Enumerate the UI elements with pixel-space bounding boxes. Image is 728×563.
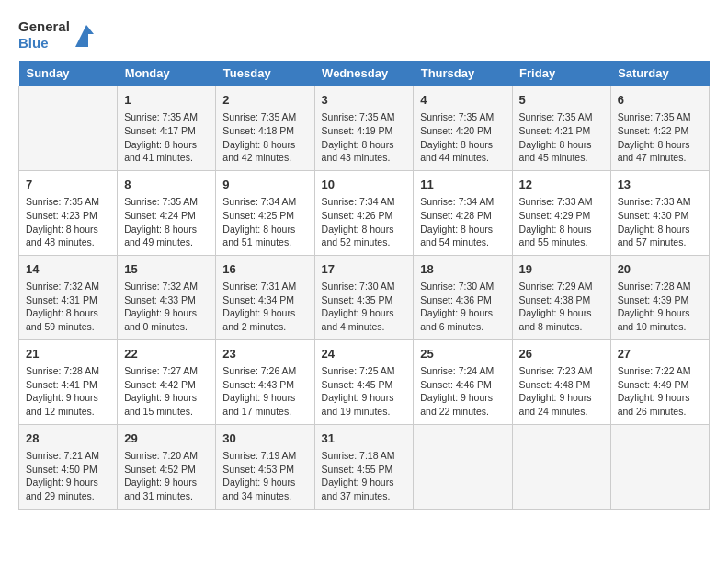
day-info: and 48 minutes. bbox=[26, 236, 110, 249]
weekday-header-sunday: Sunday bbox=[19, 61, 118, 86]
logo: General Blue bbox=[18, 18, 94, 52]
day-number: 8 bbox=[124, 177, 209, 193]
calendar-cell: 4Sunrise: 7:35 AMSunset: 4:20 PMDaylight… bbox=[414, 86, 512, 171]
day-info: Sunrise: 7:35 AM bbox=[618, 110, 702, 124]
weekday-header-monday: Monday bbox=[118, 61, 216, 86]
day-number: 12 bbox=[519, 177, 604, 193]
day-info: Daylight: 9 hours bbox=[222, 391, 307, 405]
day-info: Sunset: 4:39 PM bbox=[618, 293, 702, 307]
day-info: Sunset: 4:33 PM bbox=[124, 293, 209, 307]
day-info: Daylight: 8 hours bbox=[618, 223, 702, 236]
day-info: Sunrise: 7:33 AM bbox=[618, 195, 702, 209]
calendar-cell: 25Sunrise: 7:24 AMSunset: 4:46 PMDayligh… bbox=[414, 339, 512, 424]
day-info: Sunset: 4:34 PM bbox=[222, 293, 307, 307]
calendar-cell bbox=[414, 424, 512, 509]
day-info: Sunrise: 7:35 AM bbox=[322, 110, 407, 124]
calendar-table: SundayMondayTuesdayWednesdayThursdayFrid… bbox=[18, 61, 710, 510]
day-info: Daylight: 9 hours bbox=[222, 306, 307, 320]
day-info: Daylight: 8 hours bbox=[222, 138, 307, 152]
day-info: and 42 minutes. bbox=[222, 151, 307, 165]
calendar-cell: 12Sunrise: 7:33 AMSunset: 4:29 PMDayligh… bbox=[512, 170, 610, 255]
day-info: Sunset: 4:21 PM bbox=[519, 124, 604, 138]
weekday-header-wednesday: Wednesday bbox=[314, 61, 414, 86]
day-info: and 0 minutes. bbox=[124, 320, 209, 334]
day-info: Daylight: 9 hours bbox=[26, 391, 110, 405]
day-info: Sunrise: 7:32 AM bbox=[124, 280, 209, 293]
day-info: Sunset: 4:26 PM bbox=[322, 209, 407, 223]
calendar-cell: 10Sunrise: 7:34 AMSunset: 4:26 PMDayligh… bbox=[314, 170, 414, 255]
day-info: Sunset: 4:30 PM bbox=[618, 209, 702, 223]
day-info: Sunrise: 7:34 AM bbox=[222, 195, 307, 209]
day-info: Sunset: 4:50 PM bbox=[26, 463, 110, 477]
calendar-cell: 18Sunrise: 7:30 AMSunset: 4:36 PMDayligh… bbox=[414, 255, 512, 339]
day-info: Sunset: 4:36 PM bbox=[420, 293, 505, 307]
calendar-cell: 8Sunrise: 7:35 AMSunset: 4:24 PMDaylight… bbox=[118, 170, 216, 255]
day-info: Sunrise: 7:34 AM bbox=[420, 195, 505, 209]
weekday-header-friday: Friday bbox=[512, 61, 610, 86]
day-info: and 52 minutes. bbox=[322, 236, 407, 249]
weekday-header-thursday: Thursday bbox=[414, 61, 512, 86]
calendar-cell: 9Sunrise: 7:34 AMSunset: 4:25 PMDaylight… bbox=[216, 170, 314, 255]
week-row-3: 14Sunrise: 7:32 AMSunset: 4:31 PMDayligh… bbox=[19, 255, 710, 339]
day-info: Sunset: 4:23 PM bbox=[26, 209, 110, 223]
day-number: 9 bbox=[222, 177, 307, 193]
day-info: Sunset: 4:28 PM bbox=[420, 209, 505, 223]
day-info: Sunrise: 7:30 AM bbox=[322, 280, 407, 293]
calendar-cell: 1Sunrise: 7:35 AMSunset: 4:17 PMDaylight… bbox=[118, 86, 216, 171]
day-info: Sunrise: 7:33 AM bbox=[519, 195, 604, 209]
svg-marker-0 bbox=[75, 25, 94, 47]
calendar-cell: 27Sunrise: 7:22 AMSunset: 4:49 PMDayligh… bbox=[610, 339, 709, 424]
day-info: Sunset: 4:55 PM bbox=[322, 463, 407, 477]
day-number: 21 bbox=[26, 346, 110, 362]
calendar-cell: 24Sunrise: 7:25 AMSunset: 4:45 PMDayligh… bbox=[314, 339, 414, 424]
day-info: Daylight: 9 hours bbox=[519, 306, 604, 320]
day-info: Sunset: 4:45 PM bbox=[322, 378, 407, 392]
day-number: 10 bbox=[322, 177, 407, 193]
day-number: 2 bbox=[222, 92, 307, 109]
day-info: Daylight: 9 hours bbox=[26, 476, 110, 489]
day-info: Daylight: 8 hours bbox=[519, 138, 604, 152]
week-row-5: 28Sunrise: 7:21 AMSunset: 4:50 PMDayligh… bbox=[19, 424, 710, 509]
calendar-cell: 16Sunrise: 7:31 AMSunset: 4:34 PMDayligh… bbox=[216, 255, 314, 339]
calendar-cell: 31Sunrise: 7:18 AMSunset: 4:55 PMDayligh… bbox=[314, 424, 414, 509]
calendar-cell: 14Sunrise: 7:32 AMSunset: 4:31 PMDayligh… bbox=[19, 255, 118, 339]
day-info: and 22 minutes. bbox=[420, 405, 505, 419]
calendar-cell: 20Sunrise: 7:28 AMSunset: 4:39 PMDayligh… bbox=[610, 255, 709, 339]
day-info: and 43 minutes. bbox=[322, 151, 407, 165]
day-info: Sunrise: 7:20 AM bbox=[124, 449, 209, 463]
day-info: Daylight: 9 hours bbox=[124, 391, 209, 405]
day-info: Sunrise: 7:35 AM bbox=[420, 110, 505, 124]
day-info: Sunrise: 7:28 AM bbox=[26, 364, 110, 378]
day-number: 29 bbox=[124, 431, 209, 447]
day-info: Daylight: 8 hours bbox=[26, 223, 110, 236]
day-info: Sunrise: 7:28 AM bbox=[618, 280, 702, 293]
logo-blue: Blue bbox=[18, 35, 49, 51]
day-info: and 15 minutes. bbox=[124, 405, 209, 419]
week-row-4: 21Sunrise: 7:28 AMSunset: 4:41 PMDayligh… bbox=[19, 339, 710, 424]
day-info: Sunrise: 7:34 AM bbox=[322, 195, 407, 209]
day-info: Sunset: 4:43 PM bbox=[222, 378, 307, 392]
weekday-header-row: SundayMondayTuesdayWednesdayThursdayFrid… bbox=[19, 61, 710, 86]
day-info: and 10 minutes. bbox=[618, 320, 702, 334]
day-info: and 49 minutes. bbox=[124, 236, 209, 249]
day-info: and 59 minutes. bbox=[26, 320, 110, 334]
calendar-cell: 2Sunrise: 7:35 AMSunset: 4:18 PMDaylight… bbox=[216, 86, 314, 171]
day-info: Daylight: 9 hours bbox=[322, 306, 407, 320]
calendar-cell: 30Sunrise: 7:19 AMSunset: 4:53 PMDayligh… bbox=[216, 424, 314, 509]
day-info: and 41 minutes. bbox=[124, 151, 209, 165]
day-info: Sunrise: 7:21 AM bbox=[26, 449, 110, 463]
day-info: and 55 minutes. bbox=[519, 236, 604, 249]
day-info: Daylight: 9 hours bbox=[124, 306, 209, 320]
day-info: and 17 minutes. bbox=[222, 405, 307, 419]
day-info: Sunset: 4:19 PM bbox=[322, 124, 407, 138]
day-info: Daylight: 8 hours bbox=[420, 138, 505, 152]
day-number: 23 bbox=[222, 346, 307, 362]
day-info: Daylight: 8 hours bbox=[124, 223, 209, 236]
day-info: Sunrise: 7:18 AM bbox=[322, 449, 407, 463]
calendar-cell: 23Sunrise: 7:26 AMSunset: 4:43 PMDayligh… bbox=[216, 339, 314, 424]
day-info: Daylight: 9 hours bbox=[420, 306, 505, 320]
day-info: Daylight: 8 hours bbox=[322, 138, 407, 152]
day-info: Daylight: 9 hours bbox=[618, 391, 702, 405]
day-number: 11 bbox=[420, 177, 505, 193]
calendar-cell bbox=[610, 424, 709, 509]
